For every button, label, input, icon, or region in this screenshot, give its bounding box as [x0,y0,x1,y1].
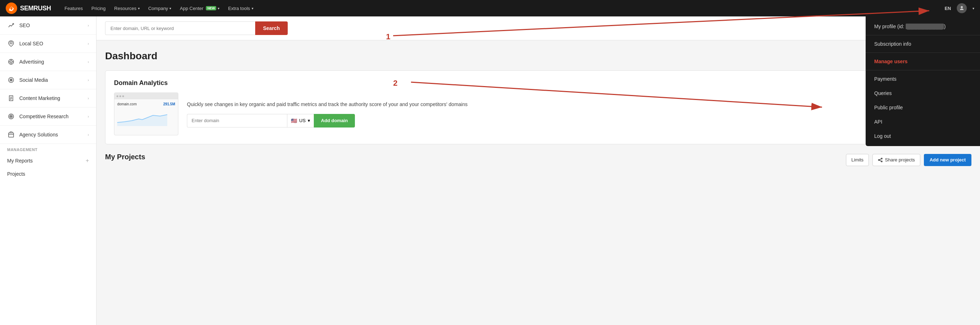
share-icon [878,157,883,163]
dropdown-divider [865,52,980,53]
dot-icon [116,95,118,97]
search-button[interactable]: Search [255,21,288,35]
content-area: Search Dashboard Domain Analytics [97,16,980,325]
country-selector[interactable]: 🇺🇸 US ▾ [287,114,314,127]
sidebar-item-advertising[interactable]: Advertising › [0,53,96,71]
sidebar-item-my-reports[interactable]: My Reports + [0,154,96,168]
dropdown-payments[interactable]: Payments [865,72,980,86]
dropdown-subscription[interactable]: Subscription info [865,37,980,51]
user-avatar[interactable] [957,3,967,13]
sidebar-chevron-icon: › [88,96,89,100]
add-new-project-button[interactable]: Add new project [924,154,971,166]
seo-icon [7,21,15,29]
flag-icon: 🇺🇸 [291,118,297,124]
country-label: US [299,118,305,123]
share-projects-button[interactable]: Share projects [872,154,920,166]
sidebar-chevron-icon: › [88,60,89,64]
projects-actions: Limits Share projects Add new project [846,154,971,166]
competitive-research-icon [7,113,15,120]
dropdown-divider [865,70,980,70]
nav-resources[interactable]: Resources ▾ [111,3,143,13]
user-dropdown: My profile (id: ██████████) Subscription… [865,16,980,146]
dropdown-api[interactable]: API [865,115,980,129]
profile-id-hidden: ██████████ [906,24,944,29]
projects-header: My Projects Limits Share projects Ad [105,153,971,167]
add-domain-button[interactable]: Add domain [314,114,355,127]
nav-right: EN ▾ [945,3,974,13]
dashboard-title: Dashboard [105,50,971,62]
language-selector[interactable]: EN [945,6,951,11]
dropdown-divider [865,35,980,35]
preview-value: 291.5M [163,102,175,106]
top-nav: SEMRUSH Features Pricing Resources ▾ Com… [0,0,980,16]
dropdown-public-profile[interactable]: Public profile [865,100,980,115]
dot-icon [119,95,121,97]
svg-point-17 [11,116,12,117]
sidebar-chevron-icon: › [88,114,89,119]
svg-marker-20 [117,115,167,126]
domain-row: domain.com 291.5M [117,102,175,106]
dot-icon [122,95,124,97]
main-layout: SEO › Local SEO › [0,16,980,325]
svg-point-21 [881,158,883,159]
sidebar-item-competitive-research[interactable]: Competitive Research › [0,108,96,126]
dropdown-profile[interactable]: My profile (id: ██████████) [865,19,980,33]
domain-input[interactable] [187,114,287,127]
svg-point-23 [881,161,883,162]
domain-input-row: 🇺🇸 US ▾ Add domain [187,114,963,127]
semrush-logo-icon [6,3,17,14]
chevron-down-icon: ▾ [251,6,253,10]
chevron-down-icon: ▾ [169,6,171,10]
my-projects-title: My Projects [105,153,145,161]
nav-features[interactable]: Features [61,3,86,13]
domain-analytics-description: Quickly see changes in key organic and p… [187,101,963,108]
nav-app-center[interactable]: App Center new ▾ [176,3,223,13]
agency-solutions-icon [7,131,15,139]
search-input[interactable] [105,21,255,35]
limits-button[interactable]: Limits [846,154,869,166]
nav-company[interactable]: Company ▾ [145,3,175,13]
user-menu-chevron[interactable]: ▾ [972,6,974,10]
nav-extra-tools[interactable]: Extra tools ▾ [224,3,257,13]
sidebar-item-agency-solutions[interactable]: Agency Solutions › [0,126,96,144]
chevron-down-icon: ▾ [218,6,220,10]
management-label: MANAGEMENT [0,144,96,154]
chevron-down-icon: ▾ [138,6,140,10]
domain-analytics-desc: Quickly see changes in key organic and p… [187,101,963,127]
dashboard-body: Dashboard Domain Analytics domain.com [97,40,980,182]
svg-line-25 [879,160,881,161]
content-marketing-icon [7,94,15,102]
domain-analytics-card: Domain Analytics domain.com 291.5M [105,70,971,144]
sidebar-item-seo[interactable]: SEO › [0,16,96,35]
svg-point-22 [878,159,880,160]
dropdown-manage-users[interactable]: Manage users [865,54,980,68]
logo-text: SEMRUSH [20,5,51,12]
user-icon [959,5,965,11]
card-title: Domain Analytics [114,79,963,87]
sidebar-item-content-marketing[interactable]: Content Marketing › [0,89,96,108]
mini-chart [117,108,175,127]
domain-analytics-body: domain.com 291.5M Qu [114,92,963,135]
sidebar-item-local-seo[interactable]: Local SEO › [0,35,96,53]
sidebar-chevron-icon: › [88,41,89,46]
preview-content: domain.com 291.5M [115,99,178,135]
chevron-down-icon: ▾ [308,118,310,123]
add-icon[interactable]: + [86,157,89,164]
nav-items: Features Pricing Resources ▾ Company ▾ A… [61,3,945,13]
search-bar-area: Search [97,16,980,40]
domain-preview: domain.com 291.5M [114,92,178,135]
logo[interactable]: SEMRUSH [6,3,51,14]
nav-pricing[interactable]: Pricing [88,3,109,13]
sidebar-item-social-media[interactable]: Social Media › [0,71,96,89]
svg-rect-18 [9,133,14,137]
svg-point-2 [10,42,12,44]
sidebar-item-projects[interactable]: Projects [0,168,96,180]
sidebar: SEO › Local SEO › [0,16,97,325]
dropdown-logout[interactable]: Log out [865,129,980,143]
svg-point-4 [10,61,12,63]
dropdown-queries[interactable]: Queries [865,86,980,100]
preview-domain: domain.com [117,102,137,106]
local-seo-icon [7,40,15,48]
svg-point-1 [13,24,14,25]
advertising-icon [7,58,15,66]
